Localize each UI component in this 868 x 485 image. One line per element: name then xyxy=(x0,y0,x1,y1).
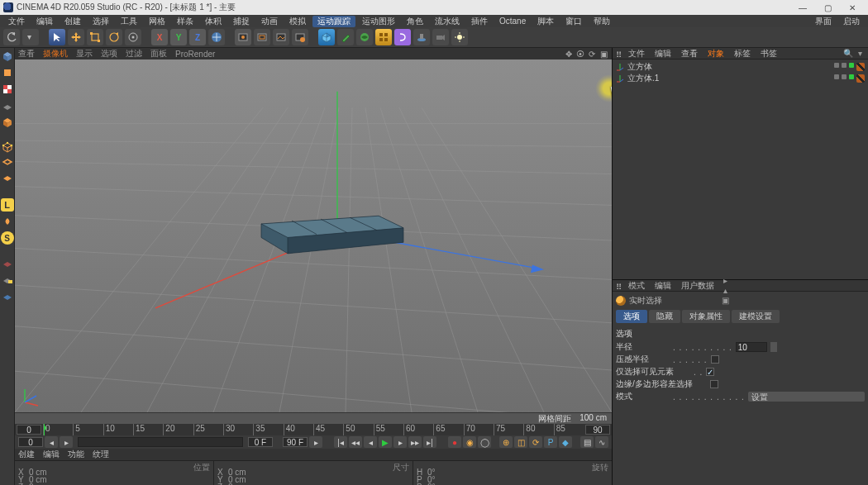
object-row[interactable]: 立方体 xyxy=(616,61,865,73)
viewmenu-显示[interactable]: 显示 xyxy=(76,48,93,59)
viewmenu-面板[interactable]: 面板 xyxy=(150,48,167,59)
timeline-fcurve-icon[interactable]: ∿ xyxy=(595,436,608,448)
scale-icon[interactable] xyxy=(87,29,103,45)
range-next-icon[interactable]: ▸ xyxy=(60,436,73,448)
model-mode-icon[interactable] xyxy=(1,66,14,79)
render-picture-icon[interactable] xyxy=(273,29,289,45)
range-end-display[interactable]: 90 F xyxy=(283,437,308,447)
recent-tool-icon[interactable] xyxy=(125,29,141,45)
menu-模拟[interactable]: 模拟 xyxy=(284,16,311,27)
viewport-solo-icon[interactable] xyxy=(1,215,14,228)
viewport-orbit-icon[interactable]: ⟳ xyxy=(587,50,597,58)
range-prev-icon[interactable]: ◂ xyxy=(45,436,58,448)
attr-subtab-选项[interactable]: 选项 xyxy=(616,310,647,323)
attr-tab-编辑[interactable]: 编辑 xyxy=(651,280,675,292)
attr-subtab-隐藏[interactable]: 隐藏 xyxy=(649,310,680,323)
layout-启动[interactable]: 启动 xyxy=(838,16,865,27)
menu-工具[interactable]: 工具 xyxy=(116,16,142,27)
record-key-icon[interactable]: ● xyxy=(448,436,461,448)
radius-spinner[interactable] xyxy=(770,342,777,352)
goto-nextkey-icon[interactable]: ▸▸ xyxy=(408,436,422,448)
range-start-field[interactable]: 0 xyxy=(18,437,43,447)
attr-subtab-对象属性[interactable]: 对象属性 xyxy=(682,310,730,323)
menu-脚本[interactable]: 脚本 xyxy=(532,16,559,27)
panel-grip-icon[interactable]: ⠿ xyxy=(616,50,622,57)
goto-start-icon[interactable]: |◂ xyxy=(334,436,347,448)
phong-tag-icon[interactable] xyxy=(856,63,865,71)
viewmenu-摄像机[interactable]: 摄像机 xyxy=(43,48,68,59)
point-mode-icon[interactable] xyxy=(1,140,14,154)
edge-tol-checkbox[interactable] xyxy=(710,380,718,388)
enable-axis-icon[interactable]: L xyxy=(1,198,14,212)
range-end-spinner[interactable]: ▸ xyxy=(309,436,322,448)
menu-网格[interactable]: 网格 xyxy=(144,16,170,27)
window-minimize-button[interactable]: — xyxy=(790,3,815,12)
menu-运动图形[interactable]: 运动图形 xyxy=(357,16,400,27)
menu-Octane[interactable]: Octane xyxy=(494,17,531,26)
environment-icon[interactable] xyxy=(413,29,430,45)
render-view-icon[interactable] xyxy=(235,29,251,45)
menu-捕捉[interactable]: 捕捉 xyxy=(228,16,255,27)
timeline-ruler[interactable]: 0 051015202530354045505560657075808590 9… xyxy=(15,424,612,435)
menu-角色[interactable]: 角色 xyxy=(402,16,428,27)
autokey-icon[interactable]: ◉ xyxy=(463,436,476,448)
y-axis-lock-icon[interactable]: Y xyxy=(170,29,187,45)
key-pos-icon[interactable]: ⊕ xyxy=(499,436,513,448)
render-settings-icon[interactable] xyxy=(292,29,308,45)
texture-mode-icon[interactable] xyxy=(1,83,14,96)
edge-mode-icon[interactable] xyxy=(1,157,14,170)
make-editable-icon[interactable] xyxy=(1,50,14,63)
om-tab-编辑[interactable]: 编辑 xyxy=(651,48,675,59)
viewport-zoom-icon[interactable]: ⦿ xyxy=(575,50,585,58)
z-axis-lock-icon[interactable]: Z xyxy=(189,29,206,45)
menu-运动跟踪[interactable]: 运动跟踪 xyxy=(312,16,355,27)
goto-end-icon[interactable]: ▸| xyxy=(423,436,436,448)
cloner-icon[interactable] xyxy=(375,29,392,45)
key-pla-icon[interactable]: ◆ xyxy=(559,436,572,448)
planar-workplane-icon[interactable] xyxy=(1,289,14,302)
menu-体积[interactable]: 体积 xyxy=(200,16,227,27)
mode-dropdown[interactable]: 设置 xyxy=(748,392,865,402)
tolerant-checkbox[interactable] xyxy=(711,355,719,364)
om-tab-书签[interactable]: 书签 xyxy=(756,48,781,59)
range-slider[interactable] xyxy=(78,437,243,447)
step-forward-icon[interactable]: ▸ xyxy=(393,436,407,448)
cube-primitive-icon[interactable] xyxy=(318,29,335,45)
status-menu-功能[interactable]: 功能 xyxy=(68,449,84,460)
menu-插件[interactable]: 插件 xyxy=(466,16,493,27)
object-row[interactable]: 立方体.1 xyxy=(616,73,865,84)
viewport-maximize-icon[interactable]: ▣ xyxy=(599,50,608,58)
viewmenu-选项[interactable]: 选项 xyxy=(101,48,117,59)
phong-tag-icon[interactable] xyxy=(856,74,865,83)
light-icon[interactable] xyxy=(451,29,468,45)
redo-icon[interactable]: ▾ xyxy=(22,29,39,45)
attr-tab-模式[interactable]: 模式 xyxy=(624,280,649,292)
menu-流水线[interactable]: 流水线 xyxy=(430,16,465,27)
key-scale-icon[interactable]: ◫ xyxy=(514,436,527,448)
timeline-end-field[interactable]: 90 xyxy=(585,425,610,435)
om-filter-icon[interactable]: ▾ xyxy=(855,49,865,59)
nav-axis-gizmo[interactable] xyxy=(20,386,41,407)
viewmenu-查看[interactable]: 查看 xyxy=(18,48,35,59)
om-tab-标签[interactable]: 标签 xyxy=(730,48,755,59)
goto-prevkey-icon[interactable]: ◂◂ xyxy=(349,436,362,448)
key-param-icon[interactable]: P xyxy=(544,436,557,448)
viewmenu-ProRender[interactable]: ProRender xyxy=(175,50,215,59)
undo-icon[interactable] xyxy=(3,29,20,45)
om-tab-查看[interactable]: 查看 xyxy=(677,48,702,59)
play-forward-icon[interactable]: ▶ xyxy=(379,436,392,448)
keyframe-sel-icon[interactable]: ◯ xyxy=(478,436,491,448)
menu-选择[interactable]: 选择 xyxy=(88,16,114,27)
step-back-icon[interactable]: ◂ xyxy=(364,436,377,448)
current-frame-field[interactable]: 0 F xyxy=(248,437,273,447)
viewport-3d[interactable] xyxy=(15,59,612,412)
workplane-icon[interactable] xyxy=(1,256,14,269)
coord-system-icon[interactable] xyxy=(208,29,225,45)
viewport-pan-icon[interactable]: ✥ xyxy=(564,50,574,58)
menu-编辑[interactable]: 编辑 xyxy=(31,16,58,27)
menu-动画[interactable]: 动画 xyxy=(256,16,283,27)
timeline-dopesheet-icon[interactable]: ▤ xyxy=(580,436,594,448)
status-menu-编辑[interactable]: 编辑 xyxy=(43,449,60,460)
camera-icon[interactable] xyxy=(432,29,449,45)
locked-workplane-icon[interactable] xyxy=(1,273,14,286)
